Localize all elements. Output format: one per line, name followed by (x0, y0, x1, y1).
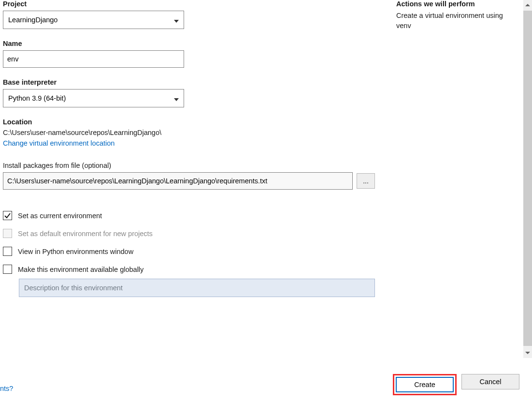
set-current-row: Set as current environment (3, 211, 389, 220)
set-default-checkbox (3, 229, 12, 238)
make-global-row: Make this environment available globally (3, 265, 389, 274)
base-interpreter-label: Base interpreter (3, 78, 389, 86)
cancel-button[interactable]: Cancel (461, 374, 519, 389)
packages-file-input[interactable] (3, 172, 353, 190)
install-packages-label: Install packages from file (optional) (3, 162, 389, 169)
make-global-label: Make this environment available globally (18, 266, 144, 273)
base-interpreter-group: Base interpreter Python 3.9 (64-bit) (3, 78, 389, 107)
actions-title: Actions we will perform (396, 0, 517, 8)
project-label: Project (3, 0, 389, 8)
make-global-checkbox[interactable] (3, 265, 12, 274)
scroll-track[interactable] (523, 11, 532, 347)
base-interpreter-select-wrap[interactable]: Python 3.9 (64-bit) (3, 89, 184, 107)
description-input[interactable] (19, 279, 375, 297)
create-button[interactable]: Create (396, 377, 454, 392)
name-label: Name (3, 40, 389, 47)
view-python-checkbox[interactable] (3, 247, 12, 256)
scroll-down-button[interactable] (523, 347, 532, 358)
set-default-row: Set as default environment for new proje… (3, 229, 389, 238)
location-group: Location C:\Users\user-name\source\repos… (3, 118, 389, 147)
location-label: Location (3, 118, 389, 126)
view-python-row: View in Python environments window (3, 247, 389, 256)
actions-text: Create a virtual environment using venv (396, 11, 517, 31)
button-row: Create Cancel (393, 374, 519, 395)
scroll-thumb[interactable] (523, 11, 532, 346)
options-list: Set as current environment Set as defaul… (3, 211, 389, 297)
scroll-up-button[interactable] (523, 0, 532, 11)
name-input[interactable] (3, 50, 184, 68)
change-location-link[interactable]: Change virtual environment location (3, 139, 389, 147)
project-group: Project LearningDjango (3, 0, 389, 29)
view-python-label: View in Python environments window (18, 248, 133, 255)
browse-button[interactable]: ... (357, 173, 375, 189)
set-current-checkbox[interactable] (3, 211, 12, 220)
scrollbar[interactable] (523, 0, 532, 358)
actions-panel: Actions we will perform Create a virtual… (396, 0, 517, 31)
set-current-label: Set as current environment (18, 212, 102, 220)
form-panel: Project LearningDjango Name Base interpr… (3, 0, 389, 365)
project-select-wrap[interactable]: LearningDjango (3, 11, 184, 29)
base-interpreter-select[interactable]: Python 3.9 (64-bit) (3, 90, 184, 107)
name-group: Name (3, 40, 389, 68)
help-link[interactable]: nts? (0, 385, 13, 392)
location-path: C:\Users\user-name\source\repos\Learning… (3, 129, 389, 136)
create-highlight: Create (393, 374, 457, 395)
set-default-label: Set as default environment for new proje… (18, 230, 153, 238)
project-select[interactable]: LearningDjango (3, 11, 184, 29)
install-packages-group: Install packages from file (optional) ..… (3, 162, 389, 190)
